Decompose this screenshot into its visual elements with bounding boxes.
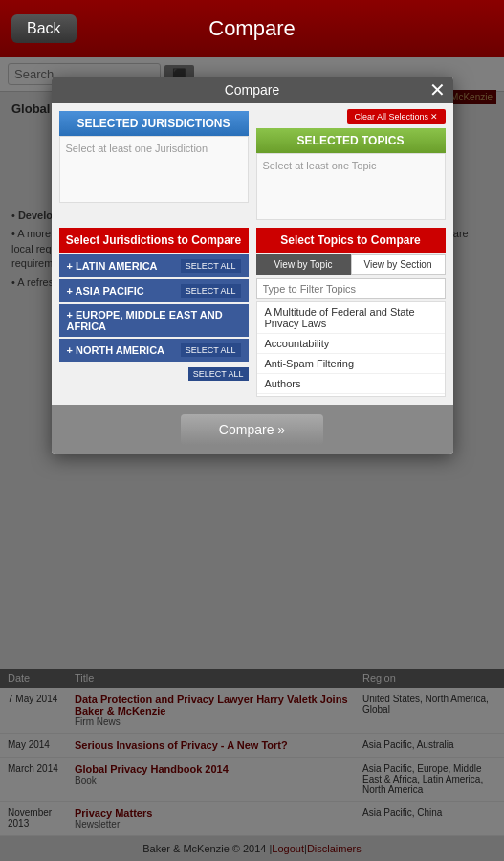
topic-item-1[interactable]: Accountability	[257, 334, 445, 354]
jurisdiction-latin-america[interactable]: + LATIN AMERICA SELECT ALL	[59, 254, 249, 277]
select-topics-header: Select Topics to Compare	[256, 228, 446, 253]
topic-item-0[interactable]: A Multitude of Federal and State Privacy…	[257, 302, 445, 334]
selected-topics-hint: Select at least one Topic	[263, 160, 377, 171]
select-all-north-america[interactable]: SELECT ALL	[181, 343, 241, 357]
topics-list: A Multitude of Federal and State Privacy…	[256, 301, 446, 397]
selected-jurisdictions-panel: SELECTED JURISDICTIONS Select at least o…	[59, 111, 249, 220]
selected-juris-hint: Select at least one Jurisdiction	[66, 143, 208, 154]
compare-button[interactable]: Compare »	[181, 414, 323, 445]
modal-close-button[interactable]: ✕	[429, 80, 446, 99]
selected-topics-body: Select at least one Topic	[256, 153, 446, 220]
selected-jurisdictions-body: Select at least one Jurisdiction	[59, 136, 249, 203]
back-button[interactable]: Back	[11, 14, 77, 43]
clear-all-button[interactable]: Clear All Selections ✕	[347, 109, 445, 124]
topic-item-4[interactable]: Cookies	[257, 394, 445, 397]
page-title: Compare	[208, 16, 295, 41]
select-all-latin-america[interactable]: SELECT ALL	[181, 259, 241, 273]
selected-topics-panel: Clear All Selections ✕ SELECTED TOPICS S…	[256, 111, 446, 220]
selected-jurisdictions-header: SELECTED JURISDICTIONS	[59, 111, 249, 136]
compare-button-bar: Compare »	[52, 405, 453, 454]
tab-view-by-topic[interactable]: View by Topic	[256, 254, 351, 275]
topic-item-2[interactable]: Anti-Spam Filtering	[257, 354, 445, 374]
top-bar: Back Compare	[0, 0, 504, 57]
selected-topics-header: SELECTED TOPICS	[256, 128, 446, 153]
jurisdiction-emea[interactable]: + EUROPE, MIDDLE EAST AND AFRICA	[59, 304, 249, 337]
modal-title: Compare	[225, 82, 280, 98]
modal-overlay: Compare ✕ SELECTED JURISDICTIONS Select …	[0, 57, 504, 861]
compare-modal: Compare ✕ SELECTED JURISDICTIONS Select …	[52, 77, 453, 454]
topic-item-3[interactable]: Authors	[257, 374, 445, 394]
juris-label-0: + LATIN AMERICA	[67, 260, 158, 272]
topics-tab-bar: View by Topic View by Section	[256, 254, 446, 275]
juris-label-1: + ASIA PACIFIC	[67, 285, 144, 297]
selected-panels: SELECTED JURISDICTIONS Select at least o…	[52, 103, 453, 228]
jurisdiction-asia-pacific[interactable]: + ASIA PACIFIC SELECT ALL	[59, 279, 249, 302]
modal-top-bar: Compare ✕	[52, 77, 453, 103]
topics-filter-input[interactable]	[256, 278, 446, 299]
select-topics-section: Select Topics to Compare View by Topic V…	[256, 228, 446, 397]
select-all-asia-pacific[interactable]: SELECT ALL	[181, 284, 241, 298]
select-sections: Select Jurisdictions to Compare + LATIN …	[52, 228, 453, 405]
tab-view-by-section[interactable]: View by Section	[351, 254, 446, 275]
jurisdiction-north-america[interactable]: + NORTH AMERICA SELECT ALL	[59, 339, 249, 362]
select-all-emea[interactable]: SELECT ALL	[188, 367, 249, 381]
juris-label-2: + EUROPE, MIDDLE EAST AND AFRICA	[67, 309, 241, 332]
juris-label-3: + NORTH AMERICA	[67, 344, 165, 356]
select-jurisdictions-section: Select Jurisdictions to Compare + LATIN …	[59, 228, 249, 397]
select-jurisdictions-header: Select Jurisdictions to Compare	[59, 228, 249, 253]
